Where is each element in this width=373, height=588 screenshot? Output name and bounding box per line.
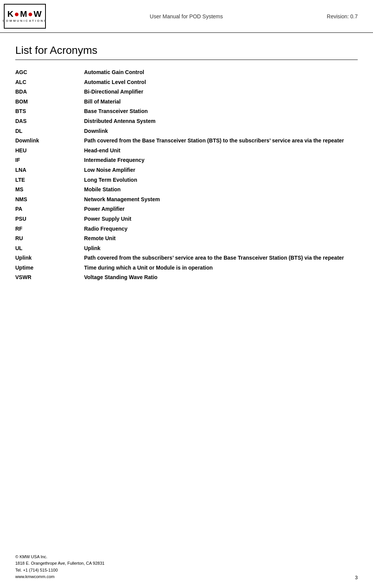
table-row: IFIntermediate Frequency xyxy=(15,155,358,165)
page-title: List for Acronyms xyxy=(15,44,358,57)
acronym-abbr: RF xyxy=(15,224,84,234)
logo-area: K●M●W COMMUNICATIONS xyxy=(4,4,46,29)
acronym-definition: Head-end Unit xyxy=(84,146,358,156)
table-row: BOMBill of Material xyxy=(15,97,358,107)
footer-tel: Tel. +1 (714) 515-1100 xyxy=(15,567,104,574)
table-row: UptimeTime during which a Unit or Module… xyxy=(15,263,358,273)
acronym-definition: Remote Unit xyxy=(84,234,358,244)
acronym-abbr: UL xyxy=(15,244,84,254)
acronyms-table: AGCAutomatic Gain ControlALCAutomatic Le… xyxy=(15,68,358,283)
table-row: NMSNetwork Management System xyxy=(15,195,358,205)
acronym-definition: Mobile Station xyxy=(84,185,358,195)
acronym-definition: Bill of Material xyxy=(84,97,358,107)
acronym-definition: Path covered from the Base Transceiver S… xyxy=(84,136,358,146)
acronym-abbr: DL xyxy=(15,126,84,136)
acronym-abbr: ALC xyxy=(15,78,84,87)
table-row: AGCAutomatic Gain Control xyxy=(15,68,358,78)
acronym-abbr: RU xyxy=(15,234,84,244)
table-row: HEUHead-end Unit xyxy=(15,146,358,156)
table-row: RFRadio Frequency xyxy=(15,224,358,234)
table-row: ALCAutomatic Level Control xyxy=(15,78,358,87)
acronym-definition: Downlink xyxy=(84,126,358,136)
acronym-abbr: DAS xyxy=(15,116,84,126)
acronym-definition: Distributed Antenna System xyxy=(84,116,358,126)
table-row: LNALow Noise Amplifier xyxy=(15,165,358,175)
table-row: BTSBase Transceiver Station xyxy=(15,107,358,116)
acronym-abbr: Uptime xyxy=(15,263,84,273)
acronym-abbr: MS xyxy=(15,185,84,195)
acronym-abbr: HEU xyxy=(15,146,84,156)
acronym-abbr: Uplink xyxy=(15,253,84,263)
footer-company: © KMW USA Inc. xyxy=(15,554,104,561)
logo-sub: COMMUNICATIONS xyxy=(3,19,47,23)
header-revision: Revision: 0.7 xyxy=(327,13,358,19)
table-row: RURemote Unit xyxy=(15,234,358,244)
acronym-definition: Path covered from the subscribers’ servi… xyxy=(84,253,358,263)
acronym-abbr: LNA xyxy=(15,165,84,175)
logo-dot2: ● xyxy=(28,9,34,19)
acronym-abbr: LTE xyxy=(15,175,84,185)
acronym-abbr: AGC xyxy=(15,68,84,78)
table-row: DASDistributed Antenna System xyxy=(15,116,358,126)
acronym-abbr: VSWR xyxy=(15,273,84,283)
logo-box: K●M●W COMMUNICATIONS xyxy=(4,4,46,29)
acronym-definition: Radio Frequency xyxy=(84,224,358,234)
table-row: VSWRVoltage Standing Wave Ratio xyxy=(15,273,358,283)
acronym-definition: Network Management System xyxy=(84,195,358,205)
acronym-definition: Base Transceiver Station xyxy=(84,107,358,116)
page-header: K●M●W COMMUNICATIONS User Manual for POD… xyxy=(0,0,373,33)
table-row: BDABi-Directional Amplifier xyxy=(15,87,358,97)
acronym-definition: Intermediate Frequency xyxy=(84,155,358,165)
acronym-definition: Power Amplifier xyxy=(84,204,358,214)
table-row: MSMobile Station xyxy=(15,185,358,195)
page-footer: © KMW USA Inc. 1818 E. Orangethrope Ave,… xyxy=(15,554,358,580)
footer-page-number: 3 xyxy=(355,575,358,580)
acronym-definition: Bi-Directional Amplifier xyxy=(84,87,358,97)
acronym-definition: Voltage Standing Wave Ratio xyxy=(84,273,358,283)
table-row: LTELong Term Evolution xyxy=(15,175,358,185)
footer-left: © KMW USA Inc. 1818 E. Orangethrope Ave,… xyxy=(15,554,104,580)
logo-dot1: ● xyxy=(14,9,20,19)
acronym-abbr: NMS xyxy=(15,195,84,205)
header-center-text: User Manual for POD Systems xyxy=(46,13,327,19)
acronym-abbr: PSU xyxy=(15,214,84,224)
table-row: UplinkPath covered from the subscribers’… xyxy=(15,253,358,263)
table-row: DownlinkPath covered from the Base Trans… xyxy=(15,136,358,146)
acronym-definition: Power Supply Unit xyxy=(84,214,358,224)
acronym-definition: Low Noise Amplifier xyxy=(84,165,358,175)
acronym-definition: Uplink xyxy=(84,244,358,254)
acronym-abbr: PA xyxy=(15,204,84,214)
acronym-abbr: BDA xyxy=(15,87,84,97)
acronym-definition: Automatic Gain Control xyxy=(84,68,358,78)
table-row: PSUPower Supply Unit xyxy=(15,214,358,224)
acronym-abbr: IF xyxy=(15,155,84,165)
acronym-abbr: BOM xyxy=(15,97,84,107)
table-row: ULUplink xyxy=(15,244,358,254)
table-row: DLDownlink xyxy=(15,126,358,136)
title-divider xyxy=(15,60,358,60)
acronym-definition: Automatic Level Control xyxy=(84,78,358,87)
acronym-definition: Long Term Evolution xyxy=(84,175,358,185)
logo-kmw: K●M●W xyxy=(7,10,42,18)
footer-address: 1818 E. Orangethrope Ave, Fullerton, CA … xyxy=(15,560,104,567)
acronym-definition: Time during which a Unit or Module is in… xyxy=(84,263,358,273)
table-row: PAPower Amplifier xyxy=(15,204,358,214)
acronym-abbr: BTS xyxy=(15,107,84,116)
footer-website: www.kmwcomm.com xyxy=(15,573,104,580)
page-content: List for Acronyms AGCAutomatic Gain Cont… xyxy=(0,33,373,290)
acronym-abbr: Downlink xyxy=(15,136,84,146)
